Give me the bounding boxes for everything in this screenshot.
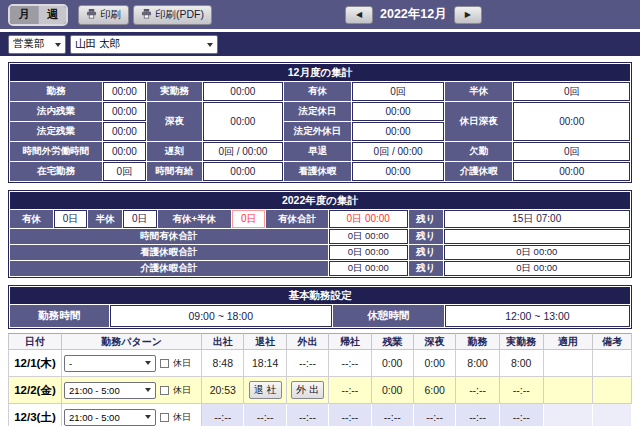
return-time: --:-- [329,377,371,404]
print-label: 印刷 [100,8,121,22]
return-time: --:-- [329,350,371,377]
value-year-hankyu: 0日 [123,210,157,228]
value-yukyu: 0回 [352,82,444,101]
col-clock-in: 出社 [202,334,244,350]
value-kekkin: 0回 [513,142,630,161]
date-label: 12/3(土) [9,404,62,426]
col-note: 備考 [593,334,632,350]
month-view-button[interactable]: 月 [10,6,38,24]
filter-bar: 営業部 山田 太郎 [0,32,640,56]
prev-month-button[interactable]: ◀ [345,6,373,24]
holiday-checkbox-label: 休日 [173,357,191,370]
month-summary-title: 12月度の集計 [10,64,630,81]
print-pdf-button[interactable]: 印刷(PDF) [133,5,212,25]
work-value: --:-- [456,377,500,404]
label-break-time: 休憩時間 [333,305,444,327]
value-hotei-zangyo: 00:00 [103,122,146,141]
label-hotei-kyujitsu: 法定休日 [284,102,351,121]
value-yukyu-plus-hankyu: 0日 [232,210,266,228]
print-button[interactable]: 印刷 [78,5,129,25]
label-kango-total: 看護休暇合計 [10,245,328,260]
value-yukyu-total: 0日 00:00 [329,210,408,228]
label-kango-remaining: 残り [409,245,443,260]
holiday-checkbox[interactable] [160,386,169,395]
holiday-checkbox-label: 休日 [173,411,191,424]
value-shinya: 00:00 [203,102,283,141]
pattern-select[interactable]: 21:00 - 5:00 [64,382,156,399]
label-zaitaku: 在宅勤務 [10,162,102,181]
actual-work-value: --:-- [499,404,543,426]
label-kekkin: 欠勤 [445,142,512,161]
label-year-yukyu: 有休 [10,210,53,228]
go-out-button[interactable]: 外 出 [291,381,324,399]
col-return: 帰社 [329,334,371,350]
printer-icon [141,9,152,21]
label-jikan-yukyu-total: 時間有休合計 [10,229,328,244]
base-settings-table: 基本勤務設定 勤務時間 09:00 ~ 18:00 休憩時間 12:00 ~ 1… [8,285,632,329]
value-kaigo-total: 0日 00:00 [329,261,408,276]
value-jikan-yukyu-total: 0日 00:00 [329,229,408,244]
applied-cell [543,350,593,377]
week-view-button[interactable]: 週 [38,6,66,24]
right-arrow-icon: ▶ [465,10,471,19]
return-time: --:-- [329,404,371,426]
pattern-select-value: - [69,358,72,369]
col-go-out: 外出 [286,334,328,350]
value-kango-total: 0日 00:00 [329,245,408,260]
col-date: 日付 [9,334,62,350]
base-settings-title: 基本勤務設定 [10,287,630,304]
label-yukyu-total: 有休合計 [266,210,327,228]
holiday-checkbox[interactable] [160,413,169,422]
value-jitsukinmu: 00:00 [203,82,283,101]
chevron-down-icon [145,388,151,395]
col-night: 深夜 [413,334,455,350]
label-yukyu-remaining: 残り [409,210,443,228]
applied-cell [543,404,593,426]
note-cell [593,350,632,377]
department-select[interactable]: 営業部 [8,35,66,54]
holiday-checkbox[interactable] [160,359,169,368]
label-hounai-zangyo: 法内残業 [10,102,102,121]
label-kaigo-kyuka: 介護休暇 [445,162,512,181]
employee-select[interactable]: 山田 太郎 [70,35,218,54]
pattern-select-value: 21:00 - 5:00 [69,385,120,396]
daily-header-row: 日付 勤務パターン 出社 退社 外出 帰社 残業 深夜 勤務 実勤務 適用 備考 [9,334,632,350]
value-jikangai-rodo: 00:00 [103,142,146,161]
topbar: 月 週 印刷 印刷(PDF) ◀ 2022年12月 ▶ [0,0,640,29]
printer-icon [86,9,97,21]
value-sotai: 0回 / 00:00 [352,142,444,161]
value-kaigo-kyuka: 00:00 [513,162,630,181]
note-cell [593,404,632,426]
value-work-time: 09:00 ~ 18:00 [110,305,332,327]
clock-out-button[interactable]: 退 社 [249,381,282,399]
attendance-app: 月 週 印刷 印刷(PDF) ◀ 2022年12月 ▶ [0,0,640,426]
next-month-button[interactable]: ▶ [454,6,482,24]
label-kinmu: 勤務 [10,82,102,101]
pattern-select[interactable]: 21:00 - 5:00 [64,409,156,426]
actual-work-value: --:-- [499,377,543,404]
label-work-time: 勤務時間 [10,305,109,327]
daily-row-12-1: 12/1(木) - 休日 8:48 18:14 --:-- --:-- 0:00… [9,350,632,377]
print-pdf-label: 印刷(PDF) [155,8,204,22]
pattern-select[interactable]: - [64,355,156,372]
label-jikangai-rodo: 時間外労働時間 [10,142,102,161]
current-month-label: 2022年12月 [380,6,447,23]
left-arrow-icon: ◀ [356,10,362,19]
clock-out-time: --:-- [244,404,286,426]
year-summary-table: 2022年度の集計 有休 0日 半休 0日 有休+半休 0日 有休合計 0日 0… [8,190,632,278]
daily-row-12-2-today: 12/2(金) 21:00 - 5:00 休日 20:53 退 社 外 出 --… [9,377,632,404]
chevron-down-icon [207,43,213,50]
label-kyujitsu-shinya: 休日深夜 [445,102,512,141]
work-value: --:-- [456,404,500,426]
label-hoteigai-kyujitsu: 法定外休日 [284,122,351,141]
daily-attendance-table: 日付 勤務パターン 出社 退社 外出 帰社 残業 深夜 勤務 実勤務 適用 備考… [8,333,632,426]
overtime-value: 0:00 [371,350,413,377]
date-label: 12/2(金) [9,377,62,404]
value-kaigo-remaining: 0日 00:00 [444,261,630,276]
value-hankyu: 0回 [513,82,630,101]
col-pattern: 勤務パターン [61,334,201,350]
value-year-yukyu: 0日 [54,210,88,228]
label-yukyu: 有休 [284,82,351,101]
value-jikan-yukyu-remaining [444,229,630,244]
col-work: 勤務 [456,334,500,350]
